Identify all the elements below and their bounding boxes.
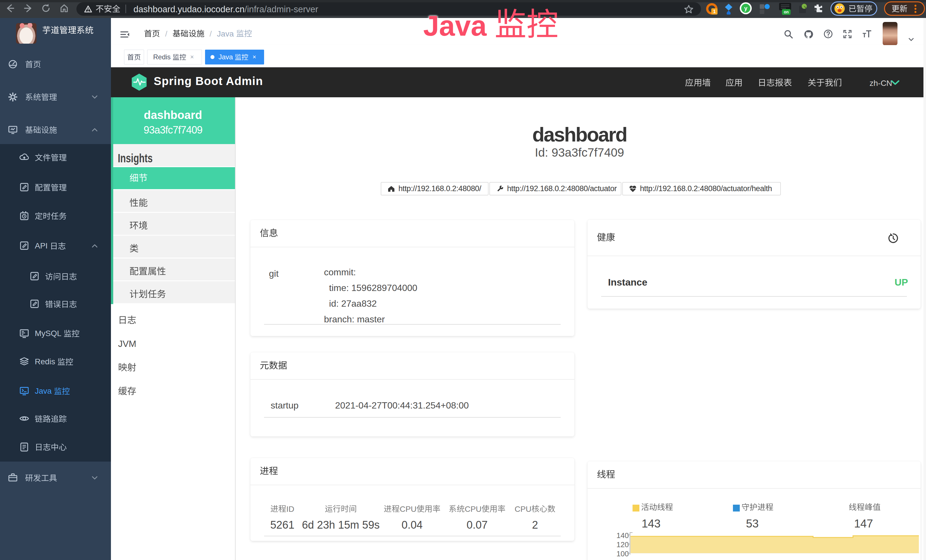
svg-text:y: y: [744, 5, 747, 11]
svg-text:1: 1: [713, 9, 716, 14]
svg-text:on: on: [784, 10, 788, 14]
